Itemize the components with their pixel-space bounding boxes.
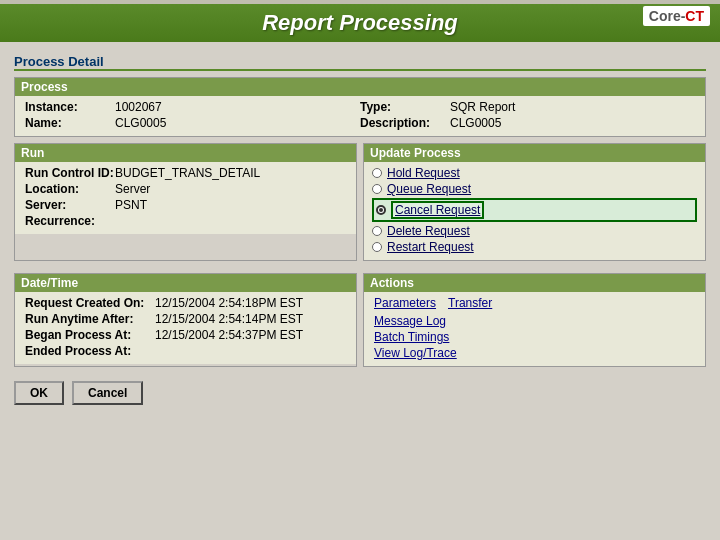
- radio-delete[interactable]: [372, 226, 382, 236]
- type-label: Type:: [360, 100, 450, 114]
- name-label: Name:: [25, 116, 115, 130]
- header-bar: Report Processing Core-CT: [0, 4, 720, 42]
- datetime-header: Date/Time: [15, 274, 356, 292]
- section-title: Process Detail: [14, 54, 706, 71]
- radio-restart[interactable]: [372, 242, 382, 252]
- option-queue[interactable]: Queue Request: [372, 182, 697, 196]
- message-log-link[interactable]: Message Log: [374, 314, 695, 328]
- began-label: Began Process At:: [25, 328, 155, 342]
- main-sections: Run Run Control ID: BUDGET_TRANS_DETAIL …: [14, 143, 706, 267]
- transfer-link[interactable]: Transfer: [448, 296, 492, 310]
- option-delete[interactable]: Delete Request: [372, 224, 697, 238]
- type-value: SQR Report: [450, 100, 515, 114]
- description-label: Description:: [360, 116, 450, 130]
- label-hold[interactable]: Hold Request: [387, 166, 460, 180]
- created-label: Request Created On:: [25, 296, 155, 310]
- server-label: Server:: [25, 198, 115, 212]
- control-id-value: BUDGET_TRANS_DETAIL: [115, 166, 260, 180]
- label-delete[interactable]: Delete Request: [387, 224, 470, 238]
- datetime-content: Request Created On: 12/15/2004 2:54:18PM…: [15, 292, 356, 364]
- label-restart[interactable]: Restart Request: [387, 240, 474, 254]
- option-hold[interactable]: Hold Request: [372, 166, 697, 180]
- logo: Core-CT: [643, 6, 710, 26]
- page-title: Report Processing: [262, 10, 458, 36]
- process-header: Process: [15, 78, 705, 96]
- location-value: Server: [115, 182, 150, 196]
- ended-label: Ended Process At:: [25, 344, 155, 358]
- run-anytime-value: 12/15/2004 2:54:14PM EST: [155, 312, 303, 326]
- ok-button[interactable]: OK: [14, 381, 64, 405]
- radio-queue[interactable]: [372, 184, 382, 194]
- batch-timings-link[interactable]: Batch Timings: [374, 330, 695, 344]
- actions-content: Parameters Transfer Message Log Batch Ti…: [364, 292, 705, 366]
- run-header: Run: [15, 144, 356, 162]
- datetime-section: Date/Time Request Created On: 12/15/2004…: [14, 273, 357, 367]
- update-section: Update Process Hold Request Queue Reques…: [363, 143, 706, 261]
- buttons-row: OK Cancel: [14, 381, 706, 405]
- process-section: Process Instance: 1002067 Name: CLG0005 …: [14, 77, 706, 137]
- logo-ct: CT: [685, 8, 704, 24]
- run-anytime-label: Run Anytime After:: [25, 312, 155, 326]
- run-section: Run Run Control ID: BUDGET_TRANS_DETAIL …: [14, 143, 357, 261]
- label-queue[interactable]: Queue Request: [387, 182, 471, 196]
- description-value: CLG0005: [450, 116, 501, 130]
- location-label: Location:: [25, 182, 115, 196]
- name-value: CLG0005: [115, 116, 166, 130]
- instance-value: 1002067: [115, 100, 162, 114]
- view-log-link[interactable]: View Log/Trace: [374, 346, 695, 360]
- option-cancel[interactable]: Cancel Request: [372, 198, 697, 222]
- server-value: PSNT: [115, 198, 147, 212]
- recurrence-label: Recurrence:: [25, 214, 115, 228]
- page-content: Process Detail Process Instance: 1002067…: [0, 42, 720, 413]
- run-content: Run Control ID: BUDGET_TRANS_DETAIL Loca…: [15, 162, 356, 234]
- logo-core: Core-: [649, 8, 686, 24]
- actions-section: Actions Parameters Transfer Message Log …: [363, 273, 706, 367]
- label-cancel[interactable]: Cancel Request: [391, 201, 484, 219]
- update-header: Update Process: [364, 144, 705, 162]
- began-value: 12/15/2004 2:54:37PM EST: [155, 328, 303, 342]
- radio-cancel[interactable]: [376, 205, 386, 215]
- radio-hold[interactable]: [372, 168, 382, 178]
- created-value: 12/15/2004 2:54:18PM EST: [155, 296, 303, 310]
- update-options: Hold Request Queue Request Cancel Reques…: [364, 162, 705, 260]
- option-restart[interactable]: Restart Request: [372, 240, 697, 254]
- parameters-link[interactable]: Parameters: [374, 296, 436, 310]
- actions-header: Actions: [364, 274, 705, 292]
- instance-label: Instance:: [25, 100, 115, 114]
- action-row-top: Parameters Transfer: [374, 296, 695, 312]
- control-id-label: Run Control ID:: [25, 166, 115, 180]
- bottom-sections: Date/Time Request Created On: 12/15/2004…: [14, 273, 706, 373]
- process-content: Instance: 1002067 Name: CLG0005 Type: SQ…: [15, 96, 705, 136]
- cancel-button[interactable]: Cancel: [72, 381, 143, 405]
